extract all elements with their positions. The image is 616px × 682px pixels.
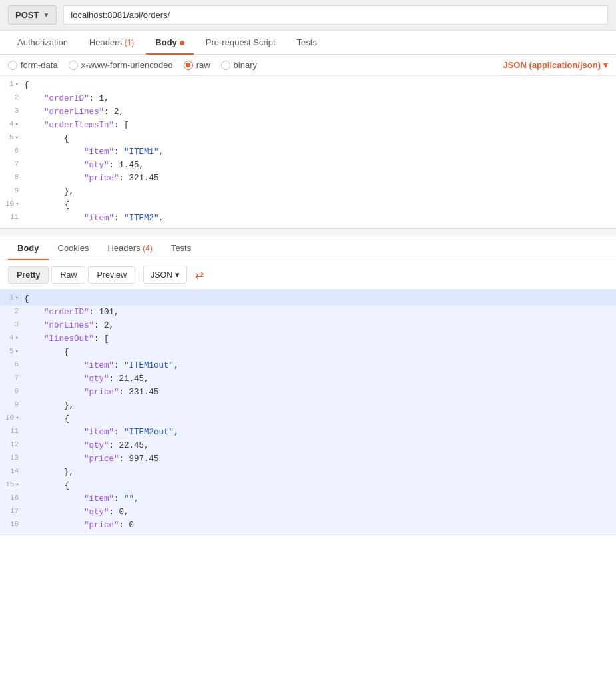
url-input[interactable] [63,5,608,25]
line-number: 1▾ [0,292,24,304]
radio-circle [184,61,193,70]
tab-badge: (4) [143,244,153,253]
code-line: 8 "price": 321.45 [0,172,616,185]
code-content: "item": "ITEM2", [24,212,616,225]
code-line: 3 "nbrLines": 2, [0,319,616,332]
collapse-arrow-icon[interactable]: ▾ [15,414,19,423]
collapse-arrow-icon[interactable]: ▾ [15,120,19,129]
chevron-down-icon: ▾ [175,270,180,280]
code-content: "linesOut": [ [24,332,616,346]
response-tab-headers[interactable]: Headers (4) [98,236,161,260]
response-code-editor[interactable]: 1▾{2 "orderID": 101,3 "nbrLines": 2,4▾ "… [0,290,616,535]
line-number: 4▾ [0,119,24,131]
code-content: "price": 321.45 [24,172,616,185]
line-number: 11 [0,426,24,438]
tab-active-dot [180,41,184,45]
code-content: "orderLines": 2, [24,105,616,119]
body-option-x-www-form-urlencoded[interactable]: x-www-form-urlencoded [69,60,173,70]
collapse-arrow-icon[interactable]: ▾ [15,133,19,143]
code-line: 5▾ { [0,346,616,359]
code-content: "nbrLines": 2, [24,319,616,332]
request-tab-tests[interactable]: Tests [288,31,326,54]
code-content: "orderID": 101, [24,306,616,319]
code-content: { [25,198,616,212]
top-bar: POST ▼ [0,0,616,31]
request-tab-headers[interactable]: Headers (1) [80,31,143,54]
code-content: { [24,79,616,92]
code-line: 7 "qty": 1.45, [0,159,616,172]
collapse-arrow-icon[interactable]: ▾ [15,200,19,209]
line-number: 7 [0,372,24,384]
request-tab-pre-request-script[interactable]: Pre-request Script [196,31,285,54]
code-line: 1▾{ [0,76,616,92]
line-number: 3 [0,319,24,331]
json-type-selector[interactable]: JSON (application/json) ▾ [503,60,608,70]
code-content: "price": 997.45 [24,452,616,466]
collapse-arrow-icon[interactable]: ▾ [15,347,19,356]
code-line: 16 "item": "", [0,492,616,506]
collapse-arrow-icon[interactable]: ▾ [15,294,19,303]
body-option-raw[interactable]: raw [184,60,210,70]
line-number: 15▾ [0,479,25,491]
wrap-text-icon[interactable]: ⇄ [195,268,204,281]
line-number: 7 [0,159,24,170]
json-type-label: JSON (application/json) [503,60,601,70]
code-content: "item": "ITEM2out", [24,426,616,439]
response-view-btn-raw[interactable]: Raw [51,266,85,284]
code-content: "qty": 21.45, [24,372,616,386]
request-tab-body[interactable]: Body [146,31,194,54]
chevron-down-icon: ▾ [603,60,608,70]
line-number: 12 [0,439,24,451]
request-tabs: AuthorizationHeaders (1)BodyPre-request … [0,31,616,55]
line-number: 6 [0,145,24,157]
code-content: }, [24,399,616,412]
response-tab-body[interactable]: Body [8,236,49,260]
body-option-form-data[interactable]: form-data [8,60,58,70]
body-option-binary[interactable]: binary [221,60,257,70]
body-options-row: form-datax-www-form-urlencodedrawbinaryJ… [0,55,616,76]
code-line: 11 "item": "ITEM2", [0,212,616,228]
response-tab-cookies[interactable]: Cookies [49,236,99,260]
response-options-row: PrettyRawPreviewJSON ▾⇄ [0,260,616,290]
code-line: 7 "qty": 21.45, [0,372,616,386]
response-format-dropdown[interactable]: JSON ▾ [143,266,187,284]
code-content: "price": 331.45 [24,386,616,399]
code-line: 9 }, [0,185,616,198]
code-content: "item": "ITEM1", [24,145,616,159]
code-line: 2 "orderID": 1, [0,92,616,105]
request-code-editor[interactable]: 1▾{2 "orderID": 1,3 "orderLines": 2,4▾ "… [0,76,616,228]
collapse-arrow-icon[interactable]: ▾ [15,480,19,490]
line-number: 2 [0,306,24,318]
code-line: 10▾ { [0,412,616,426]
line-number: 11 [0,212,24,224]
line-number: 8 [0,386,24,398]
code-content: }, [24,466,616,479]
code-line: 2 "orderID": 101, [0,306,616,319]
collapse-arrow-icon[interactable]: ▾ [15,334,19,343]
method-button[interactable]: POST ▼ [8,5,57,25]
method-chevron-icon: ▼ [43,11,49,19]
code-content: { [25,479,616,492]
line-number: 9 [0,185,24,197]
line-number: 4▾ [0,332,24,344]
radio-circle [221,61,230,70]
line-number: 13 [0,452,24,464]
response-tab-tests[interactable]: Tests [162,236,200,260]
radio-circle [69,61,78,70]
line-number: 16 [0,492,24,504]
line-number: 10▾ [0,198,25,210]
response-view-btn-preview[interactable]: Preview [88,266,135,284]
line-number: 18 [0,519,24,531]
code-line: 14 }, [0,466,616,479]
line-number: 14 [0,466,24,478]
collapse-arrow-icon[interactable]: ▾ [15,80,19,89]
response-format-label: JSON [151,270,172,280]
line-number: 3 [0,105,24,117]
code-content: "qty": 22.45, [24,439,616,452]
request-tab-authorization[interactable]: Authorization [8,31,77,54]
code-line: 15▾ { [0,479,616,492]
response-tabs: BodyCookiesHeaders (4)Tests [0,236,616,260]
response-view-btn-pretty[interactable]: Pretty [8,266,49,284]
code-line: 18 "price": 0 [0,519,616,535]
line-number: 2 [0,92,24,104]
